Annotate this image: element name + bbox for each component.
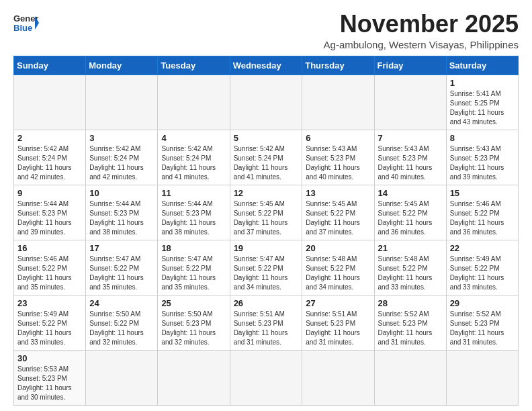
weekday-header-row: SundayMondayTuesdayWednesdayThursdayFrid… (14, 56, 519, 75)
day-info: Sunrise: 5:52 AM Sunset: 5:23 PM Dayligh… (450, 310, 515, 347)
day-number: 22 (450, 243, 515, 253)
calendar-day-cell: 24Sunrise: 5:50 AM Sunset: 5:22 PM Dayli… (86, 295, 158, 350)
day-number: 21 (378, 243, 443, 253)
calendar-day-cell: 29Sunrise: 5:52 AM Sunset: 5:23 PM Dayli… (446, 295, 518, 350)
calendar-day-cell: 16Sunrise: 5:46 AM Sunset: 5:22 PM Dayli… (14, 240, 86, 295)
weekday-header-sunday: Sunday (14, 56, 86, 75)
day-number: 30 (17, 353, 82, 363)
calendar-day-cell: 20Sunrise: 5:48 AM Sunset: 5:22 PM Dayli… (302, 240, 374, 295)
day-info: Sunrise: 5:50 AM Sunset: 5:23 PM Dayligh… (161, 310, 226, 347)
calendar-day-cell: 11Sunrise: 5:44 AM Sunset: 5:23 PM Dayli… (158, 185, 230, 240)
day-info: Sunrise: 5:43 AM Sunset: 5:23 PM Dayligh… (378, 144, 443, 182)
day-info: Sunrise: 5:51 AM Sunset: 5:23 PM Dayligh… (306, 310, 370, 347)
calendar-day-cell: 19Sunrise: 5:47 AM Sunset: 5:22 PM Dayli… (230, 240, 302, 295)
day-info: Sunrise: 5:48 AM Sunset: 5:22 PM Dayligh… (378, 255, 443, 292)
calendar-day-cell: 27Sunrise: 5:51 AM Sunset: 5:23 PM Dayli… (302, 295, 374, 350)
day-info: Sunrise: 5:47 AM Sunset: 5:22 PM Dayligh… (89, 255, 154, 292)
calendar-day-cell: 10Sunrise: 5:44 AM Sunset: 5:23 PM Dayli… (86, 185, 158, 240)
calendar-day-cell: 4Sunrise: 5:42 AM Sunset: 5:24 PM Daylig… (158, 130, 230, 185)
weekday-header-thursday: Thursday (302, 56, 374, 75)
calendar-day-cell (230, 350, 302, 405)
calendar-day-cell: 12Sunrise: 5:45 AM Sunset: 5:22 PM Dayli… (230, 185, 302, 240)
calendar-day-cell: 28Sunrise: 5:52 AM Sunset: 5:23 PM Dayli… (374, 295, 446, 350)
calendar-week-row: 16Sunrise: 5:46 AM Sunset: 5:22 PM Dayli… (14, 240, 519, 295)
day-number: 11 (161, 188, 226, 198)
calendar-day-cell: 17Sunrise: 5:47 AM Sunset: 5:22 PM Dayli… (86, 240, 158, 295)
day-info: Sunrise: 5:49 AM Sunset: 5:22 PM Dayligh… (450, 255, 515, 292)
calendar-week-row: 23Sunrise: 5:49 AM Sunset: 5:22 PM Dayli… (14, 295, 519, 350)
day-number: 2 (17, 133, 82, 143)
day-info: Sunrise: 5:48 AM Sunset: 5:22 PM Dayligh… (306, 255, 370, 292)
calendar-day-cell (302, 75, 374, 130)
day-number: 23 (17, 298, 82, 308)
month-title: November 2025 (324, 11, 519, 38)
day-info: Sunrise: 5:44 AM Sunset: 5:23 PM Dayligh… (89, 199, 154, 237)
day-number: 19 (234, 243, 299, 253)
day-number: 8 (450, 133, 515, 143)
calendar-day-cell: 6Sunrise: 5:43 AM Sunset: 5:23 PM Daylig… (302, 130, 374, 185)
day-number: 15 (450, 188, 515, 198)
day-info: Sunrise: 5:46 AM Sunset: 5:22 PM Dayligh… (17, 255, 82, 292)
calendar-day-cell: 22Sunrise: 5:49 AM Sunset: 5:22 PM Dayli… (446, 240, 518, 295)
day-info: Sunrise: 5:44 AM Sunset: 5:23 PM Dayligh… (161, 199, 226, 237)
calendar-day-cell (158, 350, 230, 405)
day-info: Sunrise: 5:42 AM Sunset: 5:24 PM Dayligh… (17, 144, 82, 182)
svg-text:Blue: Blue (13, 23, 32, 33)
calendar-day-cell: 26Sunrise: 5:51 AM Sunset: 5:23 PM Dayli… (230, 295, 302, 350)
day-number: 6 (306, 133, 370, 143)
day-number: 24 (89, 298, 154, 308)
day-info: Sunrise: 5:52 AM Sunset: 5:23 PM Dayligh… (378, 310, 443, 347)
day-info: Sunrise: 5:42 AM Sunset: 5:24 PM Dayligh… (161, 144, 226, 182)
calendar-day-cell (230, 75, 302, 130)
day-number: 12 (234, 188, 299, 198)
calendar-day-cell: 3Sunrise: 5:42 AM Sunset: 5:24 PM Daylig… (86, 130, 158, 185)
calendar-day-cell: 21Sunrise: 5:48 AM Sunset: 5:22 PM Dayli… (374, 240, 446, 295)
weekday-header-monday: Monday (86, 56, 158, 75)
title-area: November 2025 Ag-ambulong, Western Visay… (324, 11, 519, 50)
day-number: 27 (306, 298, 370, 308)
calendar-week-row: 30Sunrise: 5:53 AM Sunset: 5:23 PM Dayli… (14, 350, 519, 405)
day-number: 9 (17, 188, 82, 198)
calendar-day-cell (374, 350, 446, 405)
day-info: Sunrise: 5:50 AM Sunset: 5:22 PM Dayligh… (89, 310, 154, 347)
calendar-day-cell: 7Sunrise: 5:43 AM Sunset: 5:23 PM Daylig… (374, 130, 446, 185)
calendar-week-row: 9Sunrise: 5:44 AM Sunset: 5:23 PM Daylig… (14, 185, 519, 240)
day-number: 26 (234, 298, 299, 308)
calendar-day-cell (86, 75, 158, 130)
day-number: 29 (450, 298, 515, 308)
calendar-day-cell (158, 75, 230, 130)
weekday-header-tuesday: Tuesday (158, 56, 230, 75)
calendar-day-cell: 9Sunrise: 5:44 AM Sunset: 5:23 PM Daylig… (14, 185, 86, 240)
day-info: Sunrise: 5:53 AM Sunset: 5:23 PM Dayligh… (17, 365, 82, 402)
calendar-day-cell: 5Sunrise: 5:42 AM Sunset: 5:24 PM Daylig… (230, 130, 302, 185)
day-info: Sunrise: 5:46 AM Sunset: 5:22 PM Dayligh… (450, 199, 515, 237)
calendar-day-cell: 18Sunrise: 5:47 AM Sunset: 5:22 PM Dayli… (158, 240, 230, 295)
weekday-header-wednesday: Wednesday (230, 56, 302, 75)
day-info: Sunrise: 5:51 AM Sunset: 5:23 PM Dayligh… (234, 310, 299, 347)
day-info: Sunrise: 5:47 AM Sunset: 5:22 PM Dayligh… (234, 255, 299, 292)
day-number: 1 (450, 78, 515, 88)
day-number: 5 (234, 133, 299, 143)
calendar-day-cell: 13Sunrise: 5:45 AM Sunset: 5:22 PM Dayli… (302, 185, 374, 240)
day-info: Sunrise: 5:42 AM Sunset: 5:24 PM Dayligh… (89, 144, 154, 182)
day-number: 10 (89, 188, 154, 198)
day-number: 16 (17, 243, 82, 253)
day-info: Sunrise: 5:45 AM Sunset: 5:22 PM Dayligh… (306, 199, 370, 237)
day-number: 25 (161, 298, 226, 308)
calendar-day-cell (446, 350, 518, 405)
day-number: 3 (89, 133, 154, 143)
calendar-day-cell: 8Sunrise: 5:43 AM Sunset: 5:23 PM Daylig… (446, 130, 518, 185)
day-number: 14 (378, 188, 443, 198)
day-number: 13 (306, 188, 370, 198)
calendar-day-cell (86, 350, 158, 405)
day-info: Sunrise: 5:49 AM Sunset: 5:22 PM Dayligh… (17, 310, 82, 347)
day-number: 17 (89, 243, 154, 253)
day-number: 18 (161, 243, 226, 253)
calendar-day-cell (374, 75, 446, 130)
day-info: Sunrise: 5:43 AM Sunset: 5:23 PM Dayligh… (306, 144, 370, 182)
weekday-header-saturday: Saturday (446, 56, 518, 75)
calendar-week-row: 2Sunrise: 5:42 AM Sunset: 5:24 PM Daylig… (14, 130, 519, 185)
day-info: Sunrise: 5:43 AM Sunset: 5:23 PM Dayligh… (450, 144, 515, 182)
calendar-day-cell: 15Sunrise: 5:46 AM Sunset: 5:22 PM Dayli… (446, 185, 518, 240)
calendar-day-cell: 23Sunrise: 5:49 AM Sunset: 5:22 PM Dayli… (14, 295, 86, 350)
